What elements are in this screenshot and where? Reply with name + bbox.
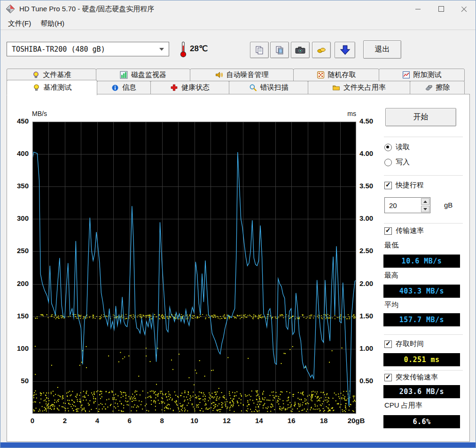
min-display: 10.6 MB/s bbox=[383, 255, 460, 268]
drive-selector-value: TOSHIBA-TR200 (480 gB) bbox=[12, 45, 105, 54]
extra-tests-icon bbox=[402, 71, 410, 79]
read-radio[interactable]: 读取 bbox=[384, 143, 410, 152]
y-left-tick: 200 bbox=[8, 279, 29, 287]
short-stroke-spinner[interactable]: 20 bbox=[384, 197, 430, 213]
copy-text-icon bbox=[255, 46, 264, 55]
title-bar: HD Tune Pro 5.70 - 硬盘/固态硬盘实用程序 bbox=[0, 0, 476, 17]
close-button[interactable] bbox=[453, 0, 476, 17]
max-display: 403.3 MB/s bbox=[383, 285, 460, 298]
short-stroke-value: 20 bbox=[385, 198, 421, 213]
checkbox-icon bbox=[384, 340, 392, 348]
access-time-checkbox[interactable]: 存取时间 bbox=[384, 340, 424, 348]
radio-icon bbox=[384, 144, 392, 151]
update-download-button[interactable] bbox=[335, 42, 355, 58]
drive-selector[interactable]: TOSHIBA-TR200 (480 gB) bbox=[7, 42, 169, 56]
maximize-button[interactable] bbox=[429, 0, 453, 17]
x-tick: 14 bbox=[245, 417, 273, 425]
spin-up-button[interactable] bbox=[421, 198, 429, 205]
separator bbox=[384, 370, 463, 371]
x-tick: 8 bbox=[148, 417, 176, 425]
tab-error-scan[interactable]: 错误扫描 bbox=[229, 81, 308, 94]
tab-erase[interactable]: 擦除 bbox=[410, 81, 465, 94]
short-stroke-checkbox[interactable]: 快捷行程 bbox=[384, 181, 424, 190]
access-time-display: 0.251 ms bbox=[383, 353, 460, 366]
tab-label: 磁盘监视器 bbox=[131, 70, 166, 79]
random-access-icon bbox=[317, 71, 325, 79]
start-button-label: 开始 bbox=[414, 112, 429, 122]
tab-benchmark[interactable]: 基准测试 bbox=[7, 80, 97, 95]
copy-image-button[interactable] bbox=[270, 42, 289, 58]
copy-image-icon bbox=[275, 46, 284, 55]
burst-rate-checkbox[interactable]: 突发传输速率 bbox=[384, 373, 438, 382]
x-tick: 6 bbox=[116, 417, 144, 425]
y-right-tick: 4.00 bbox=[359, 149, 381, 157]
copy-text-button[interactable] bbox=[250, 42, 269, 58]
cpu-usage-label: CPU 占用率 bbox=[384, 401, 422, 410]
separator bbox=[384, 223, 463, 224]
magnifier-icon bbox=[249, 84, 257, 92]
avg-label: 平均 bbox=[384, 301, 398, 309]
info-icon bbox=[111, 84, 119, 92]
donate-button[interactable] bbox=[312, 42, 331, 58]
tab-random-access[interactable]: 随机存取 bbox=[293, 69, 379, 81]
tab-info[interactable]: 信息 bbox=[97, 81, 151, 94]
access-time-value: 0.251 ms bbox=[404, 355, 439, 364]
window: HD Tune Pro 5.70 - 硬盘/固态硬盘实用程序 文件(F) 帮助(… bbox=[0, 0, 476, 448]
access-time-label: 存取时间 bbox=[396, 340, 424, 348]
radio-icon bbox=[384, 159, 392, 166]
min-label: 最低 bbox=[384, 241, 398, 250]
y-left-tick: 300 bbox=[8, 214, 29, 222]
y-right-tick: 2.50 bbox=[359, 247, 381, 255]
write-radio[interactable]: 写入 bbox=[384, 158, 410, 167]
down-arrow-icon bbox=[423, 208, 427, 210]
avg-display: 157.7 MB/s bbox=[383, 313, 460, 326]
max-value: 403.3 MB/s bbox=[399, 287, 444, 295]
tab-label: 健康状态 bbox=[181, 83, 210, 92]
tab-extra-tests[interactable]: 附加测试 bbox=[379, 69, 465, 81]
read-radio-label: 读取 bbox=[396, 143, 410, 152]
transfer-rate-checkbox[interactable]: 传输速率 bbox=[384, 226, 424, 235]
y-left-axis-label: MB/s bbox=[32, 110, 47, 117]
spin-down-button[interactable] bbox=[421, 206, 429, 212]
tab-file-benchmark[interactable]: 文件基准 bbox=[7, 69, 96, 81]
maximize-icon bbox=[438, 6, 444, 12]
start-button[interactable]: 开始 bbox=[385, 108, 456, 126]
y-right-tick: 1.00 bbox=[359, 344, 381, 352]
y-right-tick: 4.50 bbox=[359, 117, 381, 125]
x-tick: 2 bbox=[51, 417, 79, 425]
y-right-tick: 3.50 bbox=[359, 182, 381, 190]
tab-aam[interactable]: 自动噪音管理 bbox=[190, 69, 294, 81]
tab-disk-monitor[interactable]: 磁盘监视器 bbox=[96, 69, 190, 81]
avg-value: 157.7 MB/s bbox=[399, 316, 444, 324]
exit-button-label: 退出 bbox=[375, 45, 390, 54]
download-arrow-icon bbox=[340, 45, 351, 55]
y-left-tick: 250 bbox=[8, 247, 29, 255]
window-title: HD Tune Pro 5.70 - 硬盘/固态硬盘实用程序 bbox=[19, 5, 155, 14]
menu-bar: 文件(F) 帮助(H) bbox=[0, 17, 476, 30]
y-left-tick: 150 bbox=[8, 312, 29, 320]
short-stroke-unit: gB bbox=[444, 201, 453, 209]
tab-label: 基准测试 bbox=[44, 83, 72, 92]
file-benchmark-icon bbox=[32, 71, 40, 79]
minimize-button[interactable] bbox=[406, 0, 429, 17]
screenshot-button[interactable] bbox=[291, 42, 310, 58]
aam-icon bbox=[215, 71, 223, 79]
separator bbox=[384, 137, 463, 137]
tab-label: 随机存取 bbox=[328, 70, 356, 79]
hdtune-logo-icon bbox=[6, 4, 15, 14]
x-tick: 20gB bbox=[342, 417, 370, 425]
menu-file[interactable]: 文件(F) bbox=[3, 18, 36, 30]
tab-label: 附加测试 bbox=[414, 70, 442, 79]
max-label: 最高 bbox=[384, 271, 398, 280]
tab-health[interactable]: 健康状态 bbox=[150, 81, 229, 94]
bottom-accent-strip bbox=[0, 442, 476, 448]
checkbox-icon bbox=[384, 182, 392, 189]
y-right-axis-label: ms bbox=[341, 110, 356, 117]
exit-button[interactable]: 退出 bbox=[363, 40, 401, 59]
minimize-icon bbox=[415, 9, 421, 9]
tab-label: 文件夹占用率 bbox=[343, 83, 386, 92]
menu-help[interactable]: 帮助(H) bbox=[36, 18, 69, 30]
y-right-tick: 1.50 bbox=[359, 312, 381, 320]
tab-folder-usage[interactable]: 文件夹占用率 bbox=[308, 81, 410, 94]
close-icon bbox=[461, 6, 467, 12]
